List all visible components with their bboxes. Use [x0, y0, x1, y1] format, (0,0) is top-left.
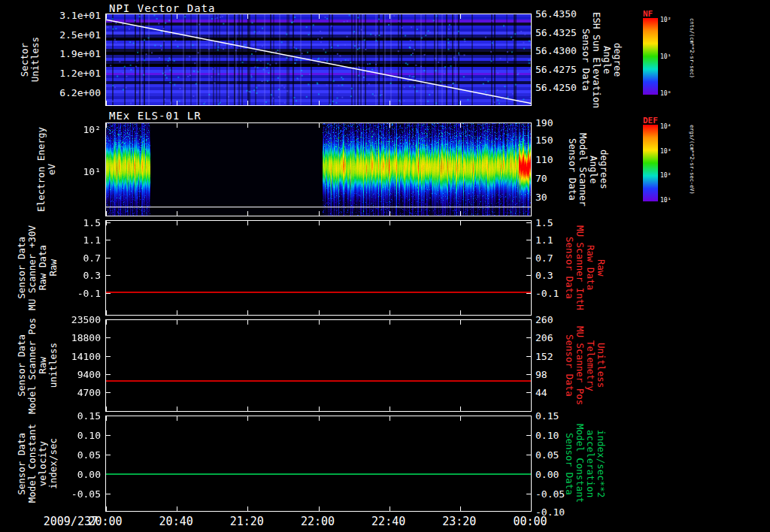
x-tick-mark — [177, 221, 177, 225]
axis-label-line: Model Scanner Pos — [27, 318, 38, 414]
y-tick-label: 0.7 — [83, 252, 101, 263]
x-tick-mark — [177, 211, 177, 216]
y-tick-mark — [526, 374, 531, 375]
x-tick-mark — [531, 211, 532, 216]
data-line — [106, 292, 531, 293]
axis-label-line: Angle — [602, 46, 612, 74]
x-tick-mark — [319, 506, 320, 511]
time-tick-label: 21:20 — [223, 515, 271, 528]
axis-label-line: Model Scanner — [578, 133, 588, 207]
x-tick-mark — [177, 101, 177, 105]
colorbar-tick-label: 10² — [660, 17, 671, 23]
x-tick-mark — [247, 101, 248, 105]
time-tick-label: 22:00 — [294, 515, 342, 528]
axis-label-line: Raw — [596, 259, 606, 277]
x-tick-mark — [247, 211, 248, 216]
y-tick-label: 2.5e+01 — [59, 29, 101, 41]
y-tick-mark — [106, 494, 111, 494]
axis-label-line: Sensor Data — [17, 334, 27, 397]
x-tick-mark — [390, 320, 390, 325]
right-y-tick-label: 0.05 — [535, 449, 559, 460]
data-line — [106, 380, 531, 382]
x-tick-mark — [390, 506, 390, 511]
time-tick-label: 20:40 — [152, 515, 200, 528]
x-tick-mark — [177, 123, 177, 128]
x-tick-mark — [319, 407, 320, 411]
axis-label-line: degrees — [599, 150, 609, 189]
axis-label-line: Sensor Data — [567, 138, 578, 201]
colorbar-tick-label: 10⁰ — [660, 89, 671, 96]
x-tick-mark — [319, 101, 320, 105]
axis-label-line: Sensor Data — [581, 29, 591, 91]
y-tick-label: 18800 — [71, 332, 101, 343]
y-tick-mark — [526, 337, 531, 338]
right-y-tick-label: 70 — [535, 172, 547, 183]
y-tick-mark — [526, 258, 531, 258]
panel-model-constant-velocity — [105, 416, 532, 512]
right-y-tick-label: 110 — [535, 153, 553, 165]
x-tick-mark — [319, 416, 320, 421]
colorbar-tick-label: 10¹ — [660, 196, 671, 203]
axis-label-line: Model Constant — [27, 424, 38, 503]
y-tick-label: 6.2e+00 — [59, 86, 101, 98]
axis-label-line: Sensor Data — [17, 433, 27, 495]
x-tick-mark — [390, 211, 390, 216]
x-tick-mark — [106, 101, 107, 105]
x-tick-mark — [319, 320, 320, 325]
x-tick-mark — [247, 310, 248, 315]
axis-label-line: Angle — [588, 156, 599, 184]
x-tick-mark — [390, 310, 390, 315]
panel3-right-axis-label: Sensor DataMU Scanner IntHRaw DataRaw — [564, 220, 606, 316]
x-tick-mark — [106, 211, 107, 216]
y-tick-mark — [106, 392, 111, 393]
x-tick-mark — [531, 416, 532, 421]
y-tick-label: 14100 — [71, 350, 101, 361]
axis-label-line: Sector — [20, 43, 30, 77]
x-tick-mark — [531, 123, 532, 128]
axis-label-line: Raw Data — [38, 245, 48, 290]
axis-label-line: MU Scanner +30V — [27, 225, 38, 310]
time-tick-label: 23:20 — [435, 515, 484, 528]
panel-scanner-pos — [105, 319, 532, 412]
axis-label-line: Sensor Data — [564, 334, 574, 397]
y-tick-mark — [106, 416, 111, 416]
x-tick-mark — [390, 14, 390, 19]
y-tick-label: 0.10 — [77, 429, 101, 440]
x-tick-mark — [106, 14, 107, 19]
x-tick-mark — [460, 506, 461, 511]
x-tick-mark — [531, 506, 532, 511]
x-tick-mark — [106, 416, 107, 421]
right-y-tick-label: 0.3 — [535, 270, 553, 281]
y-tick-label: 0.15 — [77, 410, 101, 422]
axis-label-line: Model Constant — [574, 424, 585, 503]
panel1-right-axis-label: Sensor DataESH Sun ElevationAngledegree — [581, 14, 623, 106]
axis-label-line: index/sec**2 — [596, 430, 606, 497]
x-tick-mark — [177, 416, 177, 421]
right-y-tick-label: 44 — [535, 387, 547, 398]
x-tick-mark — [531, 407, 532, 411]
panel4-left-axis-label: Sensor DataModel Scanner PosRawunitless — [17, 319, 59, 412]
nf-colorbar — [643, 18, 658, 95]
axis-label-line: Sensor Data — [564, 237, 574, 299]
x-tick-mark — [460, 407, 461, 411]
x-tick-mark — [177, 14, 177, 19]
right-y-tick-label: 30 — [535, 191, 547, 202]
y-tick-mark — [106, 337, 111, 338]
axis-label-line: eV — [47, 164, 57, 175]
x-tick-mark — [531, 101, 532, 105]
right-y-tick-label: 56.4275 — [535, 63, 577, 74]
nf-colorbar-unit: cnts/(cm**2-sr-sec) — [689, 18, 695, 108]
right-y-tick-label: 56.4300 — [535, 45, 577, 56]
y-tick-label: 1.9e+01 — [59, 47, 101, 59]
axis-label-line: Unitless — [30, 37, 41, 82]
y-tick-label: 1.1 — [83, 234, 101, 246]
time-tick-label: 20:00 — [81, 515, 129, 528]
nf-colorbar-title: NF — [643, 9, 653, 19]
y-tick-label: 0.3 — [83, 270, 101, 281]
axis-label-line: Sensor Data — [564, 433, 574, 495]
y-tick-mark — [106, 258, 111, 258]
colorbar-tick-label: 10² — [660, 172, 671, 179]
x-tick-mark — [531, 14, 532, 19]
axis-label-line: MU Scanner IntH — [574, 225, 585, 310]
colorbar-tick-label: 10⁴ — [660, 123, 671, 130]
